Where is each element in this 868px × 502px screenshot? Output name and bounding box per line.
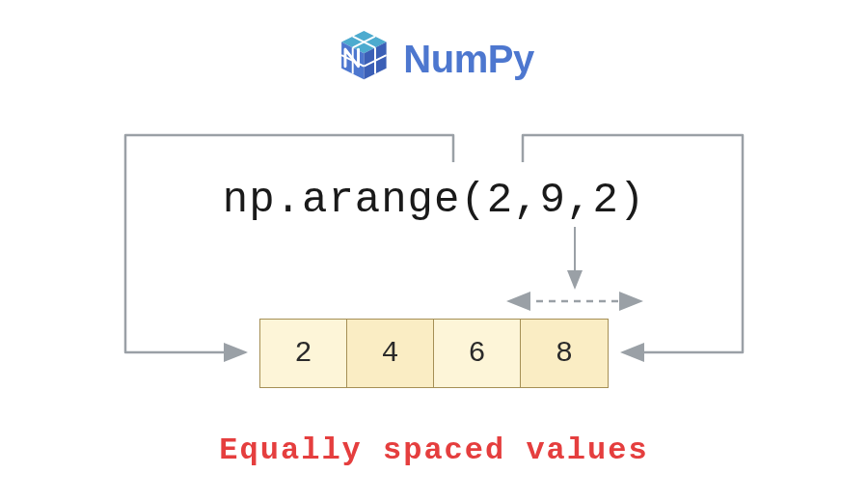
numpy-brand-text: NumPy	[403, 38, 533, 81]
array-cell: 2	[260, 320, 347, 387]
array-cell: 6	[434, 320, 521, 387]
array-cell: 4	[347, 320, 434, 387]
diagram-caption: Equally spaced values	[219, 432, 648, 468]
code-expression: np.arange(2,9,2)	[223, 176, 645, 224]
numpy-logo: NumPy	[334, 27, 533, 92]
numpy-cube-icon	[334, 27, 393, 92]
result-array: 2 4 6 8	[259, 319, 609, 388]
array-cell: 8	[521, 320, 608, 387]
